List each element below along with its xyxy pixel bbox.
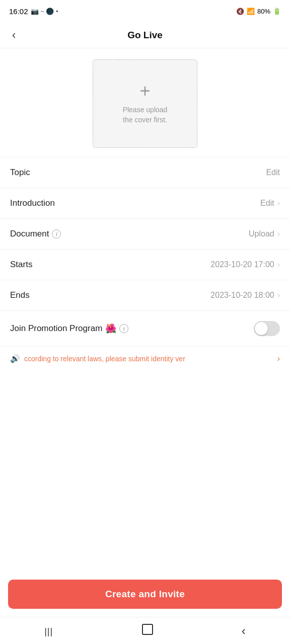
ends-datetime: 2023-10-20 18:00 xyxy=(210,291,274,300)
ends-chevron-icon: › xyxy=(277,291,280,300)
promotion-promo-icon: 🌺 xyxy=(105,323,116,334)
top-navigation: ‹ Go Live xyxy=(0,22,290,48)
status-icons: 📷 ~ 🌑 • xyxy=(31,8,58,15)
ends-label: Ends xyxy=(10,290,30,300)
document-value: Upload › xyxy=(249,229,280,238)
document-row[interactable]: Document i Upload › xyxy=(0,218,290,249)
speaker-icon: 🔊 xyxy=(10,354,20,363)
mute-icon: 🔇 xyxy=(236,8,244,15)
main-content: + Please uploadthe cover first. Topic Ed… xyxy=(0,48,290,574)
promotion-label-text: Join Promotion Program xyxy=(10,324,102,334)
warning-banner[interactable]: 🔊 ccording to relevant laws, please subm… xyxy=(0,346,290,370)
starts-value: 2023-10-20 17:00 › xyxy=(210,260,280,269)
introduction-value: Edit › xyxy=(260,199,280,208)
cover-upload-container: + Please uploadthe cover first. xyxy=(0,48,290,157)
topic-label: Topic xyxy=(10,168,30,178)
introduction-edit-text: Edit xyxy=(260,199,274,208)
time-display: 16:02 xyxy=(9,7,28,16)
content-spacer xyxy=(0,370,290,471)
introduction-label: Introduction xyxy=(10,198,55,208)
document-chevron-icon: › xyxy=(277,229,280,238)
warning-chevron-icon: › xyxy=(277,354,280,363)
topic-edit-text: Edit xyxy=(266,168,280,177)
back-nav-icon: ‹ xyxy=(242,624,246,637)
status-time: 16:02 📷 ~ 🌑 • xyxy=(9,7,58,16)
document-label: Document i xyxy=(10,229,61,239)
back-button[interactable]: ‹ xyxy=(8,25,20,46)
ends-value: 2023-10-20 18:00 › xyxy=(210,291,280,300)
starts-row[interactable]: Starts 2023-10-20 17:00 › xyxy=(0,249,290,280)
promotion-row: Join Promotion Program 🌺 i xyxy=(0,310,290,346)
create-button-container: Create and Invite xyxy=(0,574,290,617)
recent-apps-icon: ||| xyxy=(44,626,53,636)
promotion-toggle[interactable] xyxy=(254,321,280,336)
promotion-label: Join Promotion Program 🌺 i xyxy=(10,323,128,334)
starts-chevron-icon: › xyxy=(277,260,280,269)
nav-recent-apps-button[interactable]: ||| xyxy=(32,620,65,641)
create-and-invite-button[interactable]: Create and Invite xyxy=(8,580,282,609)
starts-label: Starts xyxy=(10,260,32,270)
introduction-chevron-icon: › xyxy=(277,199,280,208)
introduction-row[interactable]: Introduction Edit › xyxy=(0,188,290,218)
toggle-background xyxy=(254,321,280,336)
topic-row[interactable]: Topic Edit xyxy=(0,157,290,188)
starts-datetime: 2023-10-20 17:00 xyxy=(210,260,274,269)
toggle-knob xyxy=(255,322,268,335)
status-bar: 16:02 📷 ~ 🌑 • 🔇 📶 80% 🔋 xyxy=(0,0,290,22)
add-cover-icon: + xyxy=(139,82,150,100)
home-icon xyxy=(142,624,153,635)
page-title: Go Live xyxy=(127,30,163,41)
bottom-navigation: ||| ‹ xyxy=(0,617,290,644)
cover-hint-text: Please uploadthe cover first. xyxy=(123,105,168,125)
document-info-icon[interactable]: i xyxy=(52,229,61,238)
battery-icon: 🔋 xyxy=(273,8,281,15)
nav-back-button[interactable]: ‹ xyxy=(230,620,258,642)
ends-row[interactable]: Ends 2023-10-20 18:00 › xyxy=(0,280,290,310)
promotion-info-icon[interactable]: i xyxy=(119,324,128,333)
cover-upload-box[interactable]: + Please uploadthe cover first. xyxy=(93,59,197,148)
document-upload-text: Upload xyxy=(249,229,274,238)
form-section: Topic Edit Introduction Edit › Document … xyxy=(0,157,290,370)
warning-text: ccording to relevant laws, please submit… xyxy=(24,355,273,363)
wifi-icon: 📶 xyxy=(247,8,255,15)
battery-label: 80% xyxy=(257,8,270,15)
nav-home-button[interactable] xyxy=(130,620,165,642)
status-right-icons: 🔇 📶 80% 🔋 xyxy=(236,8,281,15)
topic-value: Edit xyxy=(266,168,280,177)
